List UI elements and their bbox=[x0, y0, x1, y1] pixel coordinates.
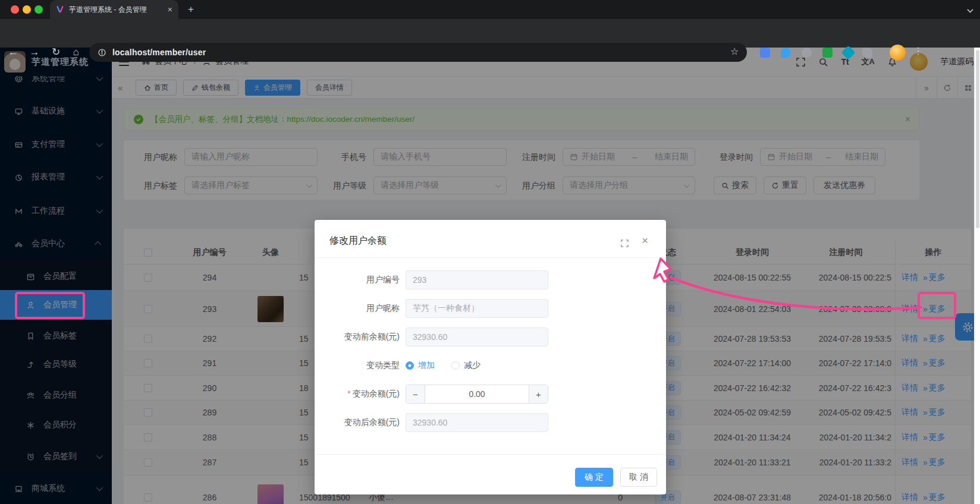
user-id-label: 用户编号 bbox=[315, 275, 400, 285]
confirm-button[interactable]: 确 定 bbox=[575, 468, 613, 487]
radio-selected-icon bbox=[406, 361, 414, 370]
radio-increase[interactable]: 增加 bbox=[406, 360, 435, 371]
extension-icon[interactable] bbox=[760, 48, 770, 58]
radio-decrease[interactable]: 减少 bbox=[451, 360, 480, 371]
tab-title: 芋道管理系统 - 会员管理 bbox=[69, 5, 163, 15]
forward-icon[interactable]: → bbox=[27, 45, 42, 59]
home-icon[interactable]: ⌂ bbox=[69, 45, 83, 59]
dialog-title: 修改用户余额 bbox=[329, 235, 387, 247]
extension-icon[interactable] bbox=[802, 48, 812, 58]
change-amount-label: *变动余额(元) bbox=[315, 389, 400, 399]
change-amount-stepper: − 0.00 + bbox=[406, 385, 548, 404]
extension-icon[interactable] bbox=[822, 48, 833, 58]
extension-icon[interactable] bbox=[781, 48, 791, 58]
dialog-fullscreen-icon[interactable] bbox=[620, 239, 629, 248]
browser-profile-avatar[interactable] bbox=[890, 45, 906, 61]
browser-toolbar: ← → ↻ ⌂ localhost/member/user ☆ ⋮ bbox=[0, 19, 980, 48]
address-bar[interactable]: localhost/member/user bbox=[89, 43, 747, 62]
tab-close-icon[interactable]: × bbox=[168, 5, 172, 14]
user-id-input-disabled: 293 bbox=[406, 270, 548, 289]
dialog-close-icon[interactable]: × bbox=[642, 234, 648, 247]
change-type-label: 变动类型 bbox=[315, 360, 400, 371]
back-icon[interactable]: ← bbox=[6, 45, 20, 59]
radio-unselected-icon bbox=[451, 361, 460, 370]
browser-menu-icon[interactable]: ⋮ bbox=[913, 45, 923, 56]
url-text[interactable]: localhost/member/user bbox=[112, 48, 206, 57]
browser-tab[interactable]: 芋道管理系统 - 会员管理 × bbox=[50, 0, 178, 19]
balance-before-input-disabled: 32930.60 bbox=[406, 327, 548, 346]
edit-balance-dialog: 修改用户余额 × 用户编号 293 用户昵称 芋艿（一种食材） 变动前余额(元)… bbox=[315, 220, 666, 494]
traffic-light-minimize[interactable] bbox=[23, 5, 31, 14]
nickname-input-disabled: 芋艿（一种食材） bbox=[406, 299, 548, 318]
stepper-plus-button[interactable]: + bbox=[529, 385, 548, 403]
favicon-icon bbox=[56, 5, 64, 14]
balance-after-input-disabled: 32930.60 bbox=[406, 413, 548, 432]
scrollbar-thumb[interactable] bbox=[976, 50, 979, 228]
traffic-light-close[interactable] bbox=[11, 5, 19, 14]
new-tab-button[interactable]: + bbox=[188, 3, 194, 16]
balance-after-label: 变动后余额(元) bbox=[315, 417, 400, 428]
browser-tab-strip: 芋道管理系统 - 会员管理 × + bbox=[0, 0, 980, 19]
bookmark-star-icon[interactable]: ☆ bbox=[730, 46, 739, 57]
required-asterisk: * bbox=[347, 389, 350, 398]
balance-before-label: 变动前余额(元) bbox=[315, 332, 400, 342]
stepper-minus-button[interactable]: − bbox=[406, 385, 425, 403]
site-info-icon[interactable] bbox=[98, 48, 106, 57]
nickname-label: 用户昵称 bbox=[315, 303, 400, 314]
cancel-button[interactable]: 取 消 bbox=[620, 468, 657, 487]
traffic-light-zoom[interactable] bbox=[34, 5, 43, 14]
stepper-value[interactable]: 0.00 bbox=[425, 385, 529, 403]
reload-icon[interactable]: ↻ bbox=[49, 45, 63, 59]
puzzle-extension-icon[interactable] bbox=[862, 48, 872, 58]
page-scrollbar[interactable] bbox=[974, 48, 980, 504]
tab-list-chevron-icon[interactable] bbox=[967, 7, 973, 12]
change-type-radio-group: 增加 减少 bbox=[406, 360, 480, 371]
